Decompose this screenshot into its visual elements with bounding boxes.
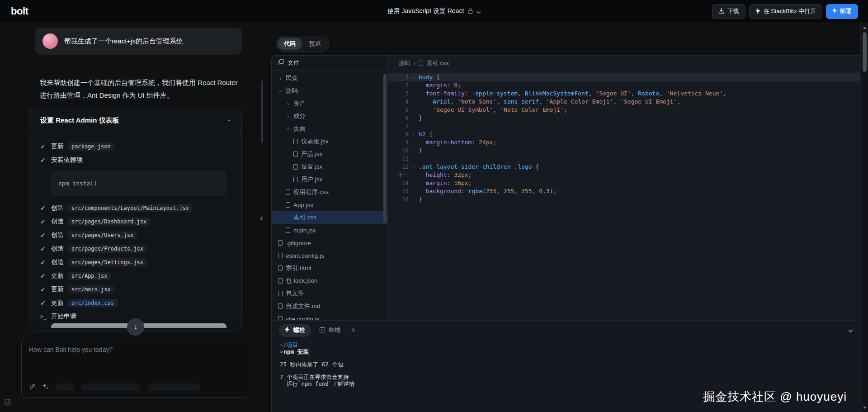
deploy-button[interactable]: 部署	[826, 4, 858, 19]
view-tab-preview[interactable]: 预览	[303, 38, 327, 50]
file-tree-scrollbar-thumb[interactable]	[383, 74, 387, 223]
bolt-logo[interactable]: bolt	[11, 5, 28, 17]
tree-folder-页面[interactable]: ›页面	[272, 123, 387, 135]
attach-link-button[interactable]	[29, 383, 36, 391]
files-icon	[278, 59, 284, 66]
tree-file-.gitignore[interactable]: .gitignore	[272, 237, 387, 249]
check-icon: ✓	[40, 272, 47, 279]
command-codeblock: npm install	[51, 170, 226, 196]
chat-scrollbar-thumb[interactable]	[261, 81, 263, 143]
tree-file-App.jsx[interactable]: App.jsx	[272, 199, 387, 211]
fold-chevron-icon: ›	[409, 130, 419, 138]
tree-file-main.jsx[interactable]: main.jsx	[272, 224, 387, 237]
plan-card-header: 设置 React Admin 仪表板 ›	[29, 108, 241, 133]
open-stackblitz-button[interactable]: 在 StackBlitz 中打开	[749, 4, 822, 19]
plan-step: ✓创造src/pages/Products.jsx	[40, 242, 231, 256]
file-chip[interactable]: src/pages/Dashboard.jsx	[68, 218, 150, 226]
file-chip[interactable]: package.json	[68, 142, 114, 151]
scrollbar-down-arrow[interactable]	[861, 404, 868, 411]
chevron-down-icon	[476, 8, 481, 15]
tree-folder-资产[interactable]: ›资产	[272, 97, 387, 110]
faded-suggestion-chip	[55, 384, 75, 391]
tree-file-设置.jsx[interactable]: 设置.jsx	[272, 161, 387, 173]
file-chip[interactable]: src/pages/Products.jsx	[68, 245, 147, 253]
fold-spacer	[409, 90, 419, 98]
file-icon	[293, 139, 298, 144]
terminal-tab-bolt[interactable]: 螺栓	[279, 324, 311, 337]
plan-step: ✓更新package.json	[40, 140, 231, 153]
file-icon	[286, 215, 290, 220]
chat-composer	[21, 339, 249, 398]
file-chip[interactable]: src/main.jsx	[68, 285, 114, 294]
topbar-actions: 下载 在 StackBlitz 中打开 部署	[712, 4, 858, 19]
main-area: 帮我生成了一个react+js的后台管理系统 我来帮助创建一个基础的后台管理系统…	[0, 23, 868, 412]
chevron-left-icon: ‹	[260, 213, 263, 223]
panes-layout-icon[interactable]	[5, 399, 11, 407]
step-label: 创造	[51, 231, 64, 239]
scrollbar-up-arrow[interactable]	[861, 24, 868, 31]
breadcrumb-root[interactable]: 源码	[399, 59, 410, 67]
file-chip[interactable]: src/pages/Settings.jsx	[68, 258, 147, 266]
line-number: 2	[388, 81, 409, 90]
check-icon: ✓	[40, 245, 47, 252]
scroll-to-bottom-button[interactable]: ↓	[127, 318, 144, 336]
page-scrollbar[interactable]	[860, 23, 868, 412]
code-line: 1›body {	[388, 73, 860, 81]
plan-step: ✓创造src/pages/Users.jsx	[40, 228, 231, 242]
breadcrumb-file[interactable]: 索引.css	[426, 59, 448, 67]
tree-file-应用程序.css[interactable]: 应用程序.css	[272, 186, 387, 199]
check-icon: ✓	[40, 232, 47, 239]
tree-folder-成分[interactable]: ›成分	[272, 110, 387, 123]
file-icon	[419, 61, 423, 66]
scrollbar-thumb[interactable]	[863, 32, 867, 72]
chat-input[interactable]	[29, 346, 241, 353]
terminal-tab-terminal[interactable]: 终端	[314, 324, 346, 337]
fold-spacer	[409, 179, 419, 187]
tree-file-索引.html[interactable]: 索引.html	[272, 262, 387, 275]
collapse-chat-button[interactable]: ‹	[260, 213, 263, 223]
view-tab-code[interactable]: 代码	[278, 38, 302, 50]
file-explorer-header: 文件	[272, 56, 387, 71]
file-chip[interactable]: src/App.jsx	[68, 272, 111, 280]
file-chip[interactable]: src/index.css	[68, 299, 118, 307]
tree-file-产品.jsx[interactable]: 产品.jsx	[272, 148, 387, 161]
tree-item-label: 索引.html	[286, 264, 311, 272]
tree-file-用户.jsx[interactable]: 用户.jsx	[272, 173, 387, 186]
code-lines[interactable]: 1›body {2 margin: 0;3 font-family: -appl…	[388, 71, 860, 320]
enhance-prompt-button[interactable]	[42, 383, 49, 391]
plan-step: ✓更新src/index.css	[40, 296, 231, 310]
terminal-line: 运行`npm fund`了解详情	[280, 380, 860, 387]
download-button[interactable]: 下载	[712, 4, 745, 19]
tree-file-索引.css[interactable]: 索引.css	[272, 211, 387, 224]
code-line: 14 margin: 16px;	[388, 179, 860, 187]
plan-step: ✓创造src/pages/Dashboard.jsx	[40, 215, 231, 228]
fold-spacer	[409, 155, 419, 163]
tree-file-eslint.config.js[interactable]: eslint.config.js	[272, 249, 387, 262]
tree-file-vite.config.js[interactable]: vite.config.js	[272, 313, 387, 320]
new-terminal-button[interactable]: +	[351, 326, 355, 335]
step-label: 更新	[51, 272, 64, 280]
tree-file-自述文件.md[interactable]: 自述文件.md	[272, 300, 387, 313]
project-title-group[interactable]: 使用 JavaScript 设置 React	[387, 7, 481, 15]
tree-item-label: vite.config.js	[286, 316, 319, 321]
fold-spacer	[409, 106, 419, 114]
check-icon: ✓	[40, 156, 47, 164]
tree-file-包文件[interactable]: 包文件	[272, 287, 387, 300]
tree-folder-民众[interactable]: ›民众	[272, 72, 387, 85]
line-number: 16	[388, 195, 409, 204]
file-icon	[278, 265, 283, 271]
collapse-card-button[interactable]: ›	[222, 115, 234, 127]
file-chip[interactable]: src/pages/Users.jsx	[68, 231, 137, 239]
tree-file-包-lock.json[interactable]: 包-lock.json	[272, 275, 387, 287]
editor-panel: 文件 ›民众›源码›资产›成分›页面仪表板.jsx产品.jsx设置.jsx用户.…	[271, 55, 860, 412]
topbar: bolt 使用 JavaScript 设置 React 下载 在 StackBl…	[0, 0, 868, 23]
collapse-terminal-button[interactable]	[848, 327, 853, 334]
line-number: 15	[388, 187, 409, 195]
tree-file-仪表板.jsx[interactable]: 仪表板.jsx	[272, 135, 387, 148]
terminal-line: 7 个项目正在寻求资金支持	[280, 374, 860, 380]
composer-toolbar	[29, 383, 241, 391]
tree-item-label: 应用程序.css	[293, 188, 329, 196]
file-chip[interactable]: src/components/Layout/MainLayout.jsx	[68, 204, 193, 212]
tree-folder-源码[interactable]: ›源码	[272, 85, 387, 97]
tree-item-label: 产品.jsx	[301, 150, 322, 158]
